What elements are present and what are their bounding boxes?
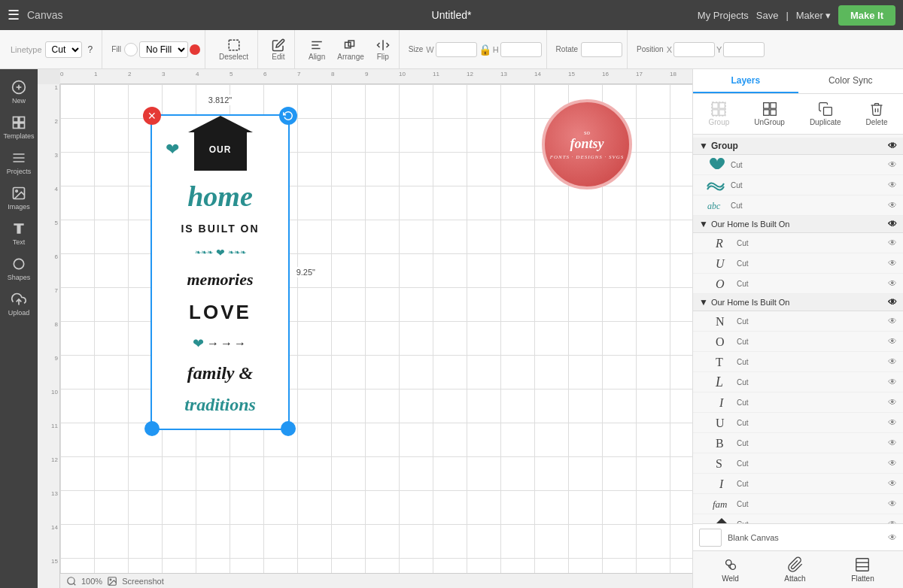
layer-item-U2[interactable]: U Cut 👁 — [693, 413, 903, 433]
layer-item-O2[interactable]: O Cut 👁 — [693, 332, 903, 352]
group-button[interactable]: Group — [704, 99, 734, 129]
sidebar-item-upload[interactable]: Upload — [2, 287, 35, 321]
width-input[interactable]: 3.812 — [436, 42, 477, 57]
arrange-button[interactable]: Arrange — [333, 35, 369, 64]
linetype-select[interactable]: Cut — [45, 41, 82, 58]
layer-item-B[interactable]: B Cut 👁 — [693, 433, 903, 453]
layer-visibility-icon[interactable]: 👁 — [888, 478, 897, 489]
layer-item-N[interactable]: N Cut 👁 — [693, 311, 903, 332]
attach-button[interactable]: Attach — [784, 556, 805, 583]
layer-visibility-icon[interactable]: 👁 — [888, 397, 897, 408]
height-input[interactable]: 9.25 — [500, 42, 542, 57]
layer-visibility-icon[interactable]: 👁 — [888, 336, 897, 347]
my-projects-link[interactable]: My Projects — [698, 10, 749, 21]
pos-x-input[interactable]: 2.65 — [673, 42, 715, 57]
layer-item-L[interactable]: L Cut 👁 — [693, 372, 903, 393]
maker-dropdown[interactable]: Maker ▾ — [796, 10, 831, 21]
layer-visibility-icon[interactable]: 👁 — [888, 458, 897, 468]
layer-visibility-icon[interactable]: 👁 — [888, 180, 897, 190]
layer-item-S[interactable]: S Cut 👁 — [693, 453, 903, 474]
canvas-area[interactable]: 0 1 2 3 4 5 6 7 8 9 10 11 12 13 14 15 16… — [38, 69, 692, 588]
svg-rect-0 — [229, 40, 239, 50]
topbar-right: My Projects Save | Maker ▾ Make It — [698, 5, 895, 26]
sidebar-item-projects[interactable]: Projects — [2, 146, 35, 180]
sidebar-item-text[interactable]: Text — [2, 217, 35, 250]
design-rotate-handle[interactable] — [279, 107, 297, 125]
layer-visibility-icon[interactable]: 👁 — [888, 238, 897, 248]
layer-item-T[interactable]: T Cut 👁 — [693, 352, 903, 372]
layer-visibility-icon[interactable]: 👁 — [888, 200, 897, 211]
layer-group-ohibon-1[interactable]: ▼ Our Home Is Built On 👁 — [693, 216, 903, 233]
layer-cut-label: Cut — [731, 161, 805, 169]
layer-item-O[interactable]: O Cut 👁 — [693, 274, 903, 294]
sidebar-item-shapes[interactable]: Shapes — [2, 252, 35, 286]
layer-item-I[interactable]: I Cut 👁 — [693, 393, 903, 413]
ruler-v-mark: 1 — [55, 84, 58, 91]
layer-visibility-icon[interactable]: 👁 — [888, 499, 897, 509]
layer-visibility-icon[interactable]: 👁 — [888, 377, 897, 387]
layer-eye-icon[interactable]: 👁 — [888, 297, 897, 308]
layer-eye-icon[interactable]: 👁 — [888, 141, 897, 151]
ruler-mark: 15 — [568, 71, 575, 77]
make-it-button[interactable]: Make It — [838, 5, 895, 26]
layer-item-R[interactable]: R Cut 👁 — [693, 233, 903, 253]
family-text: family & — [187, 363, 253, 383]
layer-item-heart[interactable]: Cut 👁 — [693, 155, 903, 175]
linetype-info-button[interactable]: ? — [84, 41, 98, 58]
fill-color-swatch[interactable] — [124, 43, 138, 56]
hamburger-menu[interactable]: ☰ — [8, 7, 20, 23]
layer-item-text1[interactable]: abc Cut 👁 — [693, 195, 903, 216]
screenshot-label[interactable]: Screenshot — [122, 577, 164, 586]
weld-button[interactable]: Weld — [722, 556, 739, 583]
ungroup-label: UnGroup — [754, 118, 785, 126]
delete-button[interactable]: Delete — [862, 99, 892, 129]
layer-eye-icon[interactable]: 👁 — [888, 219, 897, 229]
edit-button[interactable]: Edit — [267, 35, 290, 64]
layer-visibility-icon[interactable]: 👁 — [888, 278, 897, 289]
flip-button[interactable]: Flip — [372, 35, 394, 64]
pos-y-input[interactable]: 2.633 — [723, 42, 765, 57]
layer-visibility-icon[interactable]: 👁 — [888, 417, 897, 428]
design-resize-br-handle[interactable] — [281, 421, 296, 436]
tab-layers[interactable]: Layers — [693, 69, 798, 93]
duplicate-button[interactable]: Duplicate — [805, 99, 846, 129]
layer-item-wave[interactable]: Cut 👁 — [693, 175, 903, 195]
layer-visibility-icon[interactable]: 👁 — [888, 159, 897, 170]
layer-item-U[interactable]: U Cut 👁 — [693, 253, 903, 274]
blank-canvas-swatch[interactable] — [699, 529, 722, 547]
layer-item-I2[interactable]: I Cut 👁 — [693, 474, 903, 494]
canvas-grid[interactable]: ✕ 3.812" 9.25" ❤ — [60, 84, 692, 573]
screenshot-icon[interactable] — [107, 576, 117, 586]
layer-group-main[interactable]: ▼ Group 👁 — [693, 138, 903, 155]
layer-letter-icon: B — [711, 435, 732, 450]
layer-item-cursive[interactable]: fam Cut 👁 — [693, 494, 903, 514]
flatten-button[interactable]: Flatten — [851, 556, 874, 583]
love-text: LOVE — [189, 301, 251, 323]
sidebar-item-images[interactable]: Images — [2, 181, 35, 215]
tab-color-sync[interactable]: Color Sync — [798, 69, 904, 93]
fill-color-button[interactable] — [190, 44, 200, 55]
layer-cut-label: Cut — [737, 358, 749, 366]
align-button[interactable]: Align — [304, 35, 330, 64]
design-delete-handle[interactable]: ✕ — [143, 107, 161, 125]
layer-group-ohibon-2[interactable]: ▼ Our Home Is Built On 👁 — [693, 294, 903, 311]
dimension-width: 3.812" — [205, 95, 235, 105]
sidebar-item-new[interactable]: New — [2, 75, 35, 109]
blank-canvas-eye-icon[interactable]: 👁 — [888, 532, 897, 543]
ruler-mark: 10 — [399, 71, 406, 77]
deselect-button[interactable]: Deselect — [214, 35, 253, 64]
layer-visibility-icon[interactable]: 👁 — [888, 356, 897, 367]
traditions-line: traditions — [158, 395, 282, 415]
layer-visibility-icon[interactable]: 👁 — [888, 316, 897, 326]
design-container[interactable]: ✕ 3.812" 9.25" ❤ — [150, 114, 290, 430]
fill-select[interactable]: No Fill — [139, 41, 188, 58]
layer-visibility-icon[interactable]: 👁 — [888, 258, 897, 268]
lock-ratio-icon[interactable]: 🔒 — [479, 44, 491, 56]
layer-visibility-icon[interactable]: 👁 — [888, 438, 897, 448]
save-link[interactable]: Save — [756, 10, 779, 21]
design-resize-bl-handle[interactable] — [144, 421, 160, 436]
rotate-input[interactable]: 0 — [581, 42, 622, 57]
ungroup-button[interactable]: UnGroup — [749, 99, 789, 129]
layer-letter-icon: O — [711, 276, 732, 291]
sidebar-item-templates[interactable]: Templates — [2, 111, 35, 144]
